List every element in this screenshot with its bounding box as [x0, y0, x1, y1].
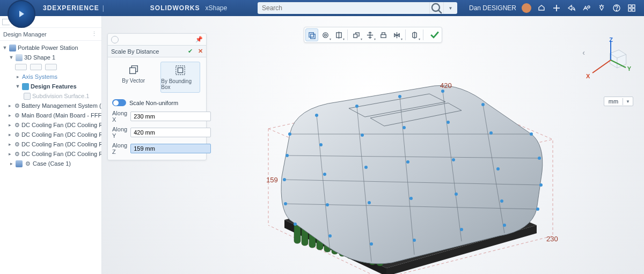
3d-viewport[interactable]: ▾ ▾ ▾ ▾ ▾ ▾ 📌 Scale By Distance ✔ ✕	[102, 16, 644, 274]
tree-item[interactable]: ▸⚙DC Cooling Fan (DC Cooling F…	[0, 120, 101, 130]
share-icon[interactable]	[567, 3, 576, 13]
compass-button[interactable]	[8, 0, 35, 28]
svg-marker-34	[284, 220, 386, 274]
tool-symmetry[interactable]: ▾	[390, 28, 403, 41]
tree-item[interactable]: ▸⚙DC Cooling Fan (DC Cooling F…	[0, 149, 101, 159]
svg-rect-53	[435, 219, 441, 243]
scale-nonuniform-toggle[interactable]	[112, 99, 126, 106]
pin-icon[interactable]: 📌	[195, 36, 203, 43]
user-name[interactable]: Dan DESIGNER	[469, 4, 516, 12]
svg-point-54	[288, 132, 291, 136]
svg-rect-19	[353, 34, 357, 38]
cancel-button[interactable]: ✕	[198, 48, 203, 55]
along-x-input[interactable]	[130, 112, 211, 121]
tree-item[interactable]: ▸⚙DC Cooling Fan (DC Cooling F…	[0, 130, 101, 139]
svg-point-59	[481, 103, 485, 106]
svg-point-70	[364, 166, 368, 169]
svg-rect-43	[347, 231, 353, 258]
panel-title: Design Manager	[3, 31, 47, 38]
svg-point-57	[398, 95, 401, 98]
avatar[interactable]	[522, 3, 531, 13]
svg-rect-48	[392, 235, 398, 260]
svg-point-15	[323, 32, 327, 37]
bbox-icon	[174, 64, 186, 76]
tool-display[interactable]: ▾	[408, 28, 421, 41]
search-scope-dropdown[interactable]: ▼	[443, 2, 457, 14]
panel-cmd-icon	[111, 36, 119, 43]
view-triad[interactable]: Z Y X	[569, 38, 628, 91]
tree-item[interactable]: ▸⚙Case (Case 1)	[0, 159, 101, 168]
tool-visibility[interactable]: ▾	[319, 28, 332, 41]
chevron-down-icon: ▼	[623, 98, 633, 105]
tree-axis-systems[interactable]: ▸Axis Systems	[0, 72, 101, 82]
svg-point-80	[500, 199, 503, 203]
collab-icon[interactable]	[582, 3, 591, 13]
svg-point-75	[284, 202, 287, 205]
search-input[interactable]	[258, 4, 429, 12]
tool-scale[interactable]: ▾	[350, 28, 363, 41]
svg-rect-36	[294, 216, 301, 243]
plane-chip-xy[interactable]	[15, 64, 27, 70]
tree-root[interactable]: ▼Portable Power Station	[0, 43, 101, 53]
svg-rect-11	[628, 9, 631, 11]
tree-design-features[interactable]: ▼Design Features	[0, 82, 101, 91]
plane-chip-zx[interactable]	[45, 64, 57, 70]
action-toolbar: ▾ ▾ ▾ ▾ ▾ ▾	[304, 27, 442, 43]
axis-x-label: X	[586, 73, 590, 79]
tool-align[interactable]: ▾	[332, 28, 345, 41]
svg-rect-45	[362, 235, 368, 263]
svg-rect-12	[632, 9, 635, 11]
search-icon[interactable]	[429, 2, 443, 14]
tree-subdivision-surface[interactable]: Subdivision Surface.1	[0, 91, 101, 101]
svg-rect-50	[409, 228, 415, 253]
plane-chip-yz[interactable]	[30, 64, 42, 70]
svg-point-68	[283, 178, 286, 181]
svg-point-72	[452, 158, 455, 161]
svg-line-6	[603, 5, 604, 6]
home-icon[interactable]	[627, 3, 636, 13]
model-render: 420 159 230	[231, 64, 574, 274]
svg-line-29	[592, 60, 611, 73]
units-selector[interactable]: mm ▼	[604, 97, 633, 106]
design-manager-panel: Design Manager ⋮ ▼Portable Power Station…	[0, 16, 102, 274]
mode-by-vector[interactable]: By Vector	[114, 62, 153, 93]
add-icon[interactable]	[552, 3, 561, 13]
svg-point-60	[530, 132, 533, 136]
panel-menu-icon[interactable]: ⋮	[91, 31, 98, 38]
ifwe-icon[interactable]	[597, 3, 606, 13]
svg-point-71	[406, 160, 409, 164]
svg-point-65	[447, 121, 450, 124]
tool-translate[interactable]: ▾	[363, 28, 376, 41]
tool-extrude[interactable]	[377, 28, 390, 41]
tool-select[interactable]	[305, 28, 318, 41]
tree-item[interactable]: ▸⚙Battery Management System (…	[0, 101, 101, 110]
svg-rect-52	[426, 222, 433, 247]
tree-item[interactable]: ▸⚙DC Cooling Fan (DC Cooling F…	[0, 139, 101, 149]
brand-label: 3DEXPERIENCE	[43, 4, 99, 12]
scale-by-distance-panel: 📌 Scale By Distance ✔ ✕ By Vector By Bou…	[107, 33, 207, 160]
svg-rect-51	[418, 225, 424, 250]
svg-point-55	[315, 114, 318, 117]
toolbar-ok-icon[interactable]	[429, 29, 441, 41]
svg-rect-20	[380, 34, 385, 38]
svg-rect-22	[129, 68, 135, 73]
notifications-icon[interactable]	[537, 3, 546, 13]
tree-3dshape[interactable]: ▼3D Shape 1	[0, 53, 101, 62]
svg-rect-41	[332, 226, 338, 254]
svg-point-62	[319, 143, 323, 146]
svg-rect-14	[310, 34, 314, 38]
mode-by-bounding-box[interactable]: By Bounding Box	[160, 62, 200, 93]
svg-point-4	[588, 6, 590, 8]
panel-title: Scale By Distance	[111, 48, 188, 55]
svg-line-5	[599, 5, 601, 6]
apply-button[interactable]: ✔	[188, 48, 193, 55]
axis-y-label: Y	[627, 65, 631, 72]
svg-rect-24	[178, 68, 183, 72]
product-label: SOLIDWORKS	[150, 4, 200, 12]
svg-point-77	[368, 201, 371, 204]
along-y-input[interactable]	[130, 128, 211, 137]
tree-item[interactable]: ▸⚙Main Board (Main Board - FFF 1)	[0, 110, 101, 120]
along-z-input[interactable]	[130, 144, 211, 153]
svg-rect-42	[339, 228, 346, 256]
help-icon[interactable]	[612, 3, 621, 13]
